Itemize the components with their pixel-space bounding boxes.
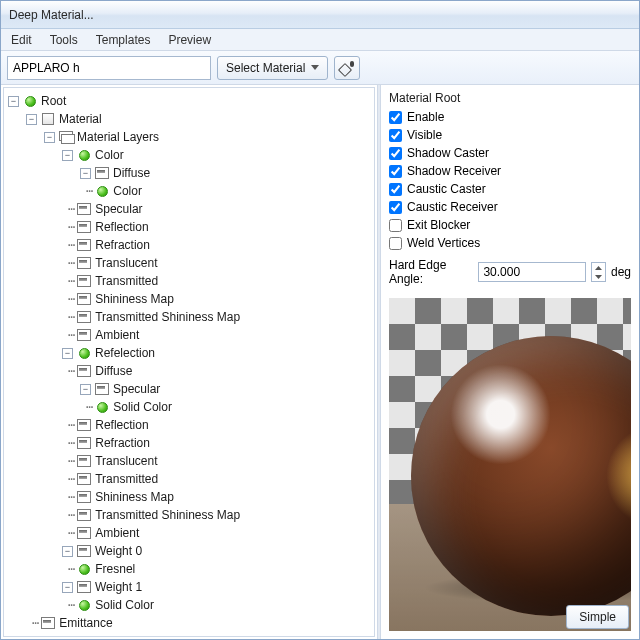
select-material-label: Select Material (226, 61, 305, 75)
tree-panel: −Root −Material −Material Layers (1, 85, 377, 639)
check-caustic-receiver[interactable]: Caustic Receiver (389, 198, 631, 216)
tree-color-specular[interactable]: ⋯Specular (80, 200, 372, 218)
hard-edge-label: Hard Edge Angle: (389, 258, 473, 286)
preview-viewport[interactable]: Simple (389, 298, 631, 631)
tree-refel-specular-solid[interactable]: ⋯Solid Color (98, 398, 372, 416)
property-icon (77, 329, 91, 341)
sphere-icon (79, 150, 90, 161)
spin-down-icon[interactable] (592, 272, 605, 281)
sphere-icon (79, 348, 90, 359)
properties: Enable Visible Shadow Caster Shadow Rece… (381, 108, 639, 290)
check-shadow-caster[interactable]: Shadow Caster (389, 144, 631, 162)
menu-preview[interactable]: Preview (160, 29, 219, 50)
property-icon (77, 275, 91, 287)
visible-checkbox[interactable] (389, 129, 402, 142)
tree-refel-trans-shininess[interactable]: ⋯Transmitted Shininess Map (80, 506, 372, 524)
tree-weight1[interactable]: −Weight 1 (62, 578, 372, 596)
property-icon (77, 491, 91, 503)
sphere-icon (79, 600, 90, 611)
property-icon (77, 455, 91, 467)
property-icon (77, 239, 91, 251)
sphere-icon (97, 402, 108, 413)
tree-scroll[interactable]: −Root −Material −Material Layers (3, 87, 375, 637)
property-icon (95, 383, 109, 395)
check-enable[interactable]: Enable (389, 108, 631, 126)
menubar[interactable]: Edit Tools Templates Preview (1, 29, 639, 51)
property-icon (77, 221, 91, 233)
titlebar[interactable]: Deep Material... (1, 1, 639, 29)
tree-material-layers[interactable]: −Material Layers (44, 128, 372, 146)
tree-root[interactable]: −Root (8, 92, 372, 110)
window: Deep Material... Edit Tools Templates Pr… (0, 0, 640, 640)
tree-color[interactable]: −Color (62, 146, 372, 164)
sphere-icon (79, 564, 90, 575)
body: −Root −Material −Material Layers (1, 85, 639, 639)
property-icon (77, 365, 91, 377)
tree-color-translucent[interactable]: ⋯Translucent (80, 254, 372, 272)
check-shadow-receiver[interactable]: Shadow Receiver (389, 162, 631, 180)
material-name-input[interactable] (7, 56, 211, 80)
property-icon (77, 509, 91, 521)
tree-color-reflection[interactable]: ⋯Reflection (80, 218, 372, 236)
property-icon (77, 437, 91, 449)
hard-edge-unit: deg (611, 265, 631, 279)
sphere-icon (25, 96, 36, 107)
property-icon (77, 527, 91, 539)
tree-color-refraction[interactable]: ⋯Refraction (80, 236, 372, 254)
spin-up-icon[interactable] (592, 263, 605, 272)
check-exit-blocker[interactable]: Exit Blocker (389, 216, 631, 234)
tree-refel-transmitted[interactable]: ⋯Transmitted (80, 470, 372, 488)
simple-button[interactable]: Simple (566, 605, 629, 629)
tree-refel-translucent[interactable]: ⋯Translucent (80, 452, 372, 470)
tree-refel-reflection[interactable]: ⋯Reflection (80, 416, 372, 434)
tree-material[interactable]: −Material (26, 110, 372, 128)
tree-refel-ambient[interactable]: ⋯Ambient (80, 524, 372, 542)
tree-color-trans-shininess[interactable]: ⋯Transmitted Shininess Map (80, 308, 372, 326)
sphere-icon (97, 186, 108, 197)
select-material-button[interactable]: Select Material (217, 56, 328, 80)
svg-marker-0 (595, 266, 602, 270)
tree-refel-shininess[interactable]: ⋯Shininess Map (80, 488, 372, 506)
hard-edge-spinner[interactable] (591, 262, 606, 282)
properties-panel: Material Root Enable Visible Shadow Cast… (381, 85, 639, 639)
menu-tools[interactable]: Tools (42, 29, 86, 50)
tree-weight0-fresnel[interactable]: ⋯Fresnel (80, 560, 372, 578)
svg-marker-1 (595, 275, 602, 279)
check-weld-vertices[interactable]: Weld Vertices (389, 234, 631, 252)
tree-color-ambient[interactable]: ⋯Ambient (80, 326, 372, 344)
property-icon (41, 617, 55, 629)
hard-edge-row: Hard Edge Angle: deg (389, 258, 631, 286)
tree-refel-specular[interactable]: −Specular (80, 380, 372, 398)
exit-blocker-checkbox[interactable] (389, 219, 402, 232)
weld-vertices-checkbox[interactable] (389, 237, 402, 250)
tree-color-shininess[interactable]: ⋯Shininess Map (80, 290, 372, 308)
property-icon (95, 167, 109, 179)
tree-refel-diffuse[interactable]: ⋯Diffuse (80, 362, 372, 380)
shadow-receiver-checkbox[interactable] (389, 165, 402, 178)
menu-edit[interactable]: Edit (3, 29, 40, 50)
enable-checkbox[interactable] (389, 111, 402, 124)
window-title: Deep Material... (9, 8, 94, 22)
tree-weight1-solid[interactable]: ⋯Solid Color (80, 596, 372, 614)
property-icon (77, 203, 91, 215)
caustic-receiver-checkbox[interactable] (389, 201, 402, 214)
property-icon (77, 293, 91, 305)
tree-color-diffuse[interactable]: −Diffuse (80, 164, 372, 182)
tree-refel-refraction[interactable]: ⋯Refraction (80, 434, 372, 452)
shadow-caster-checkbox[interactable] (389, 147, 402, 160)
property-icon (77, 257, 91, 269)
caustic-caster-checkbox[interactable] (389, 183, 402, 196)
property-icon (77, 311, 91, 323)
eyedropper-button[interactable] (334, 56, 360, 80)
chevron-down-icon (311, 65, 319, 70)
menu-templates[interactable]: Templates (88, 29, 159, 50)
tree-emittance[interactable]: ⋯Emittance (44, 614, 372, 632)
tree-weight0[interactable]: −Weight 0 (62, 542, 372, 560)
hard-edge-input[interactable] (478, 262, 586, 282)
check-visible[interactable]: Visible (389, 126, 631, 144)
layers-icon (59, 131, 73, 143)
tree-color-diffuse-color[interactable]: ⋯Color (98, 182, 372, 200)
tree-color-transmitted[interactable]: ⋯Transmitted (80, 272, 372, 290)
check-caustic-caster[interactable]: Caustic Caster (389, 180, 631, 198)
tree-refelection[interactable]: −Refelection (62, 344, 372, 362)
